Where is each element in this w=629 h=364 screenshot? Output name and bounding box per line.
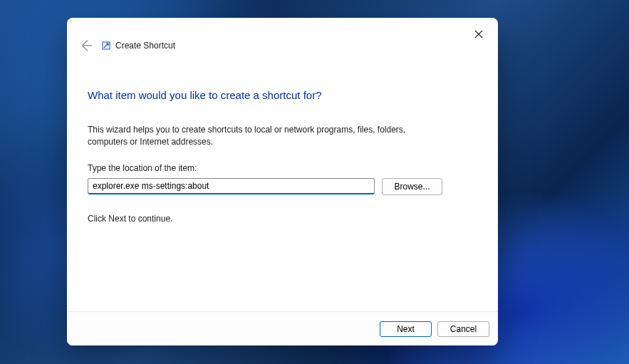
window-title: Create Shortcut <box>115 41 175 51</box>
next-button[interactable]: Next <box>380 321 432 337</box>
create-shortcut-dialog: Create Shortcut What item would you like… <box>67 18 498 345</box>
dialog-content: What item would you like to create a sho… <box>67 55 498 311</box>
dialog-footer: Next Cancel <box>67 311 498 345</box>
browse-button[interactable]: Browse... <box>382 178 442 195</box>
close-icon <box>474 30 483 38</box>
shortcut-icon <box>101 41 111 51</box>
continue-hint: Click Next to continue. <box>88 214 477 224</box>
back-arrow-icon <box>77 37 94 54</box>
location-row: Browse... <box>88 178 477 195</box>
cancel-button[interactable]: Cancel <box>437 321 489 337</box>
location-label: Type the location of the item: <box>88 163 477 173</box>
description-text: This wizard helps you to create shortcut… <box>88 124 430 149</box>
location-input[interactable] <box>88 178 375 194</box>
close-button[interactable] <box>468 24 489 45</box>
titlebar: Create Shortcut <box>67 18 498 55</box>
page-heading: What item would you like to create a sho… <box>88 89 477 101</box>
